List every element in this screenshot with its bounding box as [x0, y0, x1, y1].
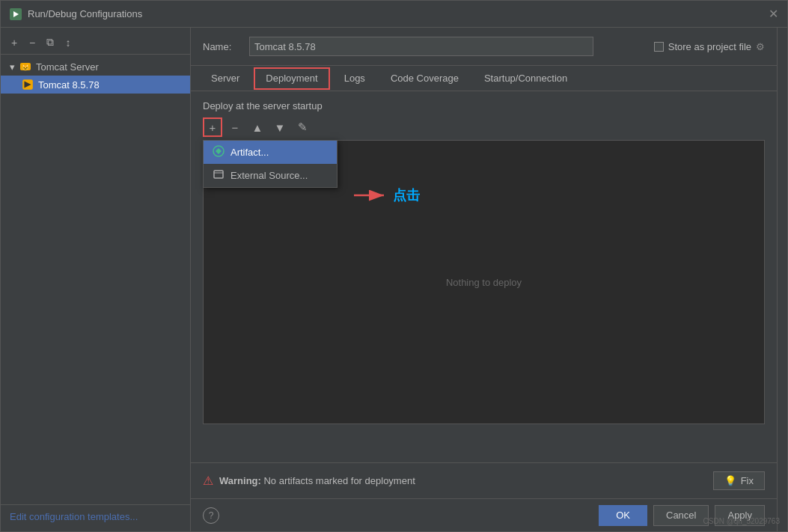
action-buttons: ? OK Cancel Apply — [191, 498, 777, 531]
nothing-to-deploy-label: Nothing to deploy — [446, 277, 522, 288]
fix-icon: 💡 — [724, 475, 736, 486]
watermark: CSDN @qh_52029763 — [703, 517, 780, 525]
scrollbar[interactable] — [777, 28, 787, 531]
run-debug-dialog: Run/Debug Configurations ✕ + − ⧉ ↕ ▾ 🐱 — [0, 0, 788, 532]
annotation-arrow: 点击 — [352, 186, 420, 204]
fix-label: Fix — [741, 475, 754, 486]
remove-config-button[interactable]: − — [25, 35, 40, 50]
dropdown-artifact-label: Artifact... — [230, 147, 269, 158]
cancel-button[interactable]: Cancel — [653, 505, 709, 526]
store-project-gear-icon[interactable]: ⚙ — [756, 41, 765, 52]
deploy-dropdown-menu: Artifact... External Source... — [203, 140, 338, 188]
config-group: ▾ 🐱 Tomcat Server — [1, 55, 190, 97]
ok-button[interactable]: OK — [599, 505, 647, 526]
name-input[interactable] — [249, 37, 593, 56]
up-deploy-button[interactable]: ▲ — [248, 117, 267, 137]
dialog-icon — [10, 8, 22, 20]
artifact-icon — [213, 145, 225, 159]
svg-rect-7 — [214, 171, 223, 178]
tab-code-coverage[interactable]: Code Coverage — [379, 67, 470, 90]
store-project-checkbox[interactable] — [654, 42, 664, 52]
tomcat-server-group[interactable]: ▾ 🐱 Tomcat Server — [1, 58, 190, 76]
edit-templates-link[interactable]: Edit configuration templates... — [10, 511, 138, 522]
name-row: Name: Store as project file ⚙ — [191, 28, 777, 66]
warning-message: No artifacts marked for deployment — [261, 475, 415, 486]
sort-config-button[interactable]: ↕ — [61, 35, 76, 50]
tomcat-server-icon: 🐱 — [19, 61, 31, 73]
tomcat-instance-item[interactable]: Tomcat 8.5.78 — [1, 76, 190, 94]
deployment-area: Deploy at the server startup + − ▲ ▼ ✎ — [191, 91, 777, 462]
right-panel: Name: Store as project file ⚙ Server Dep… — [191, 28, 777, 531]
dropdown-external-source-label: External Source... — [230, 170, 308, 181]
sidebar-toolbar: + − ⧉ ↕ — [1, 31, 190, 55]
annotation-text: 点击 — [393, 186, 420, 204]
tab-server[interactable]: Server — [200, 67, 251, 90]
add-deploy-button[interactable]: + — [203, 117, 222, 137]
down-deploy-button[interactable]: ▼ — [270, 117, 290, 137]
tomcat-server-label: Tomcat Server — [36, 61, 99, 73]
name-label: Name: — [203, 41, 240, 52]
tomcat-instance-icon — [22, 79, 34, 91]
dropdown-artifact-item[interactable]: Artifact... — [204, 141, 337, 164]
remove-deploy-button[interactable]: − — [225, 117, 245, 137]
tab-startup-connection[interactable]: Startup/Connection — [473, 67, 578, 90]
warning-bold: Warning: — [219, 475, 261, 486]
tab-deployment[interactable]: Deployment — [254, 67, 329, 90]
tomcat-instance-label: Tomcat 8.5.78 — [38, 79, 100, 91]
external-source-icon — [213, 168, 225, 183]
copy-config-button[interactable]: ⧉ — [43, 35, 58, 50]
tab-logs[interactable]: Logs — [333, 67, 376, 90]
title-bar: Run/Debug Configurations ✕ — [1, 1, 787, 28]
edit-deploy-button[interactable]: ✎ — [293, 117, 312, 137]
add-config-button[interactable]: + — [7, 35, 22, 50]
deploy-toolbar: + − ▲ ▼ ✎ — [203, 117, 765, 137]
main-content: + − ⧉ ↕ ▾ 🐱 Tomcat Server — [1, 28, 787, 531]
deploy-section-label: Deploy at the server startup — [203, 100, 765, 111]
title-bar-left: Run/Debug Configurations — [10, 8, 142, 20]
tabs-row: Server Deployment Logs Code Coverage Sta… — [191, 66, 777, 91]
fix-button[interactable]: 💡 Fix — [713, 471, 765, 490]
bottom-bar: ⚠ Warning: No artifacts marked for deplo… — [191, 462, 777, 498]
svg-text:🐱: 🐱 — [22, 64, 29, 71]
warning-icon: ⚠ — [203, 474, 213, 488]
store-project-section: Store as project file ⚙ — [654, 41, 765, 52]
warning-text: Warning: No artifacts marked for deploym… — [219, 475, 415, 486]
sidebar: + − ⧉ ↕ ▾ 🐱 Tomcat Server — [1, 28, 191, 531]
dialog-title: Run/Debug Configurations — [28, 8, 142, 19]
tomcat-server-arrow: ▾ — [10, 61, 15, 73]
store-project-label: Store as project file — [668, 41, 751, 52]
close-button[interactable]: ✕ — [769, 8, 778, 20]
help-button[interactable]: ? — [203, 507, 219, 524]
dropdown-external-source-item[interactable]: External Source... — [204, 164, 337, 187]
